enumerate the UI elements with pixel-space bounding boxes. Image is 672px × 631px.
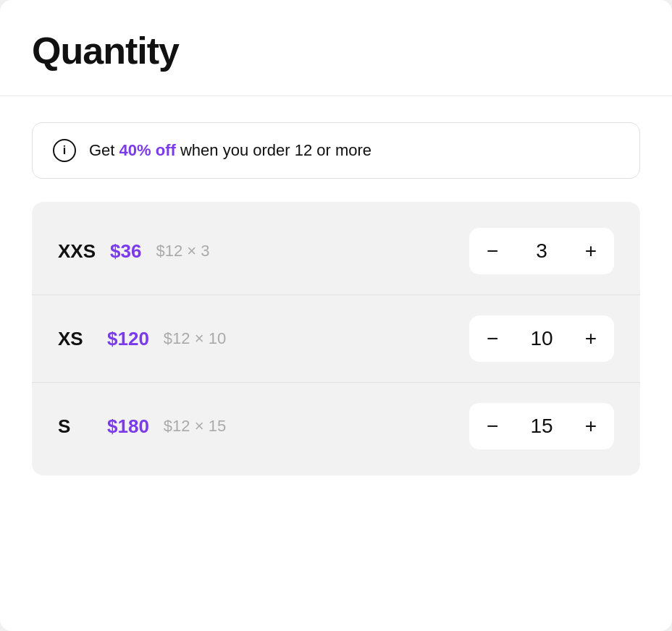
- stepper-increment-xxs[interactable]: +: [582, 241, 600, 261]
- size-row-xxs: XXS $36 $12 × 3 − 3 +: [32, 208, 640, 295]
- promo-text-before: Get: [89, 141, 119, 159]
- stepper-increment-xs[interactable]: +: [582, 329, 600, 349]
- size-price-total-xxs: $36: [110, 240, 141, 263]
- sizes-container: XXS $36 $12 × 3 − 3 + XS: [32, 202, 640, 475]
- stepper-xxs: − 3 +: [469, 228, 614, 274]
- size-price-breakdown-xs: $12 × 10: [164, 329, 226, 348]
- size-price-breakdown-s: $12 × 15: [164, 417, 226, 436]
- size-info-xxs: XXS $36 $12 × 3: [58, 240, 209, 263]
- page-title: Quantity: [32, 29, 640, 72]
- promo-text-after: when you order 12 or more: [176, 141, 371, 159]
- promo-text: Get 40% off when you order 12 or more: [89, 141, 371, 160]
- promo-banner: i Get 40% off when you order 12 or more: [32, 122, 640, 179]
- stepper-value-xxs: 3: [529, 240, 555, 263]
- size-price-total-s: $180: [107, 415, 149, 438]
- size-label-s: S: [58, 415, 93, 438]
- promo-highlight: 40% off: [119, 141, 176, 159]
- info-icon: i: [53, 139, 76, 162]
- stepper-s: − 15 +: [469, 403, 614, 449]
- size-label-xs: XS: [58, 328, 93, 350]
- card-body: i Get 40% off when you order 12 or more …: [0, 96, 672, 501]
- stepper-value-xs: 10: [529, 327, 555, 350]
- card-header: Quantity: [0, 0, 672, 96]
- size-price-breakdown-xxs: $12 × 3: [156, 242, 209, 261]
- stepper-increment-s[interactable]: +: [582, 416, 600, 436]
- size-row-xs: XS $120 $12 × 10 − 10 +: [32, 295, 640, 382]
- stepper-decrement-xs[interactable]: −: [484, 329, 501, 349]
- stepper-value-s: 15: [529, 415, 555, 438]
- size-info-s: S $180 $12 × 15: [58, 415, 226, 438]
- stepper-decrement-xxs[interactable]: −: [484, 241, 501, 261]
- size-row-s: S $180 $12 × 15 − 15 +: [32, 382, 640, 470]
- quantity-card: Quantity i Get 40% off when you order 12…: [0, 0, 672, 631]
- size-label-xxs: XXS: [58, 240, 96, 263]
- stepper-xs: − 10 +: [469, 316, 614, 362]
- size-price-total-xs: $120: [107, 328, 149, 350]
- stepper-decrement-s[interactable]: −: [484, 416, 501, 436]
- size-info-xs: XS $120 $12 × 10: [58, 328, 226, 350]
